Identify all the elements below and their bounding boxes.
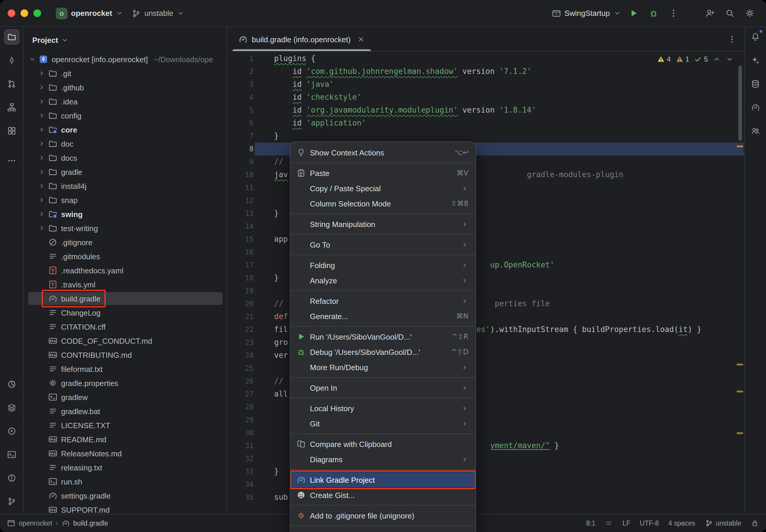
chevron-up-icon[interactable]: [713, 55, 721, 63]
chevron-right-icon[interactable]: [37, 69, 46, 78]
tree-item-idea[interactable]: .idea: [24, 94, 226, 109]
breadcrumb-project[interactable]: openrocket: [19, 520, 52, 527]
project-widget[interactable]: o openrocket: [52, 5, 127, 21]
menu-item-column-selection-mode[interactable]: Column Selection Mode⇧⌘8: [290, 196, 476, 211]
chevron-right-icon[interactable]: [37, 209, 46, 219]
git-branch[interactable]: unstable: [705, 519, 741, 527]
caret-position[interactable]: 8:1: [586, 520, 596, 527]
tree-item-citation-cff[interactable]: CITATION.cff: [24, 320, 226, 334]
tree-item-swing[interactable]: swing: [24, 207, 226, 221]
chevron-down-icon[interactable]: [28, 55, 37, 64]
tool-problems[interactable]: [4, 470, 19, 486]
chevron-right-icon[interactable]: [37, 223, 46, 233]
tree-item-gradlew-bat[interactable]: gradlew.bat: [24, 404, 226, 418]
chevron-right-icon[interactable]: [37, 111, 46, 120]
input-indicator[interactable]: [605, 519, 613, 527]
tree-item-releasenotes-md[interactable]: ReleaseNotes.md: [24, 446, 226, 460]
code-with-me-button[interactable]: [701, 5, 718, 21]
tree-item-travis-yml[interactable]: .travis.yml: [24, 277, 226, 292]
tree-item-support-md[interactable]: SUPPORT.md: [24, 503, 226, 514]
menu-item-open-in[interactable]: Open In: [290, 380, 476, 395]
menu-item-run-users-sibovangool-d[interactable]: Run '/Users/SiboVanGool/D...'^⇧R: [290, 329, 476, 344]
tool-gradle[interactable]: [748, 100, 763, 115]
tree-item-license-txt[interactable]: LICENSE.TXT: [24, 418, 226, 432]
menu-item-link-gradle-project[interactable]: Link Gradle Project: [290, 472, 476, 487]
chevron-right-icon[interactable]: [37, 181, 46, 191]
tree-item-gradlew[interactable]: gradlew: [24, 390, 226, 404]
tool-terminal[interactable]: [4, 447, 19, 462]
more-tool-windows[interactable]: [4, 153, 19, 168]
debug-button[interactable]: [645, 5, 662, 21]
tree-item-test-writing[interactable]: test-writing: [24, 221, 226, 235]
menu-item-git[interactable]: Git: [290, 416, 476, 431]
tree-item-run-sh[interactable]: run.sh: [24, 475, 226, 489]
menu-item-paste[interactable]: Paste⌘V: [290, 165, 476, 181]
menu-item-go-to[interactable]: Go To: [290, 237, 476, 252]
weak-warnings-count[interactable]: 1: [675, 55, 689, 63]
tree-item-gradle[interactable]: gradle: [24, 165, 226, 179]
tree-item-doc[interactable]: doc: [24, 137, 226, 151]
menu-item-string-manipulation[interactable]: String Manipulation: [290, 216, 476, 232]
menu-item-show-context-actions[interactable]: Show Context Actions⌥↩: [290, 145, 476, 160]
tree-item-build-gradle[interactable]: build.gradle: [24, 292, 226, 306]
breadcrumb-file[interactable]: build.gradle: [73, 520, 108, 527]
menu-item-folding[interactable]: Folding: [290, 257, 476, 273]
tool-commit[interactable]: [4, 53, 19, 68]
tree-item-github[interactable]: .github: [24, 80, 226, 94]
close-icon[interactable]: [357, 35, 365, 43]
run-configuration-widget[interactable]: SwingStartup: [547, 6, 625, 20]
chevron-right-icon[interactable]: [37, 195, 46, 205]
menu-item-create-gist[interactable]: Create Gist...: [290, 487, 476, 503]
tool-notifications[interactable]: [748, 29, 763, 45]
write-access[interactable]: [751, 519, 759, 527]
branch-widget[interactable]: unstable: [127, 6, 188, 20]
chevron-down-icon[interactable]: [726, 55, 734, 63]
chevron-right-icon[interactable]: [37, 153, 46, 162]
inspections-widget[interactable]: 415: [653, 54, 738, 65]
passed-count[interactable]: 5: [694, 55, 708, 63]
chevron-right-icon[interactable]: [37, 125, 46, 134]
menu-item-analyze[interactable]: Analyze: [290, 273, 476, 288]
tree-item-contributing-md[interactable]: CONTRIBUTING.md: [24, 348, 226, 362]
tool-database[interactable]: [748, 76, 763, 92]
close-window-button[interactable]: [8, 9, 15, 17]
settings-button[interactable]: [741, 5, 758, 21]
tree-item-openrocket-info-openrocket[interactable]: openrocket [info.openrocket]~/Downloads/…: [24, 52, 226, 66]
tool-structure[interactable]: [4, 100, 19, 115]
tree-item-core[interactable]: core: [24, 123, 226, 137]
tree-item-snap[interactable]: snap: [24, 193, 226, 207]
tool-pull-requests[interactable]: [4, 76, 19, 92]
editor-tab[interactable]: build.gradle (info.openrocket): [231, 28, 372, 51]
tree-item-fileformat-txt[interactable]: fileformat.txt: [24, 362, 226, 376]
tree-item-gitignore[interactable]: .gitignore: [24, 235, 226, 249]
search-everywhere-button[interactable]: [721, 5, 738, 21]
tree-item-gradle-properties[interactable]: gradle.properties: [24, 376, 226, 390]
tool-services[interactable]: [4, 423, 19, 439]
indent-size[interactable]: 4 spaces: [668, 520, 695, 527]
menu-item-refactor[interactable]: Refactor: [290, 293, 476, 309]
tree-item-config[interactable]: config: [24, 109, 226, 123]
tree-item-readme-md[interactable]: README.md: [24, 432, 226, 446]
file-encoding[interactable]: UTF-8: [640, 520, 659, 527]
more-vertical-icon[interactable]: [727, 35, 737, 44]
chevron-right-icon[interactable]: [37, 139, 46, 148]
tool-modules[interactable]: [4, 123, 19, 138]
tool-ai-assistant[interactable]: [748, 53, 763, 68]
tree-item-docs[interactable]: docs: [24, 151, 226, 165]
zoom-window-button[interactable]: [33, 9, 41, 17]
menu-item-more-run-debug[interactable]: More Run/Debug: [290, 360, 476, 375]
chevron-right-icon[interactable]: [37, 83, 46, 92]
tool-dependencies[interactable]: [748, 123, 763, 138]
editor-scrollbar[interactable]: [738, 66, 742, 141]
tool-version-control[interactable]: [4, 494, 19, 509]
tree-item-git[interactable]: .git: [24, 66, 226, 80]
tool-profiler[interactable]: [4, 377, 19, 392]
line-separator[interactable]: LF: [623, 520, 630, 527]
tree-item-settings-gradle[interactable]: settings.gradle: [24, 489, 226, 503]
minimize-window-button[interactable]: [21, 9, 28, 17]
tree-item-changelog[interactable]: ChangeLog: [24, 306, 226, 320]
menu-item-add-to-gitignore-file-unignore[interactable]: Add to .gitignore file (unignore): [290, 508, 476, 523]
menu-item-local-history[interactable]: Local History: [290, 401, 476, 416]
tree-item-code-of-conduct-md[interactable]: CODE_OF_CONDUCT.md: [24, 334, 226, 348]
warnings-count[interactable]: 4: [657, 55, 671, 63]
